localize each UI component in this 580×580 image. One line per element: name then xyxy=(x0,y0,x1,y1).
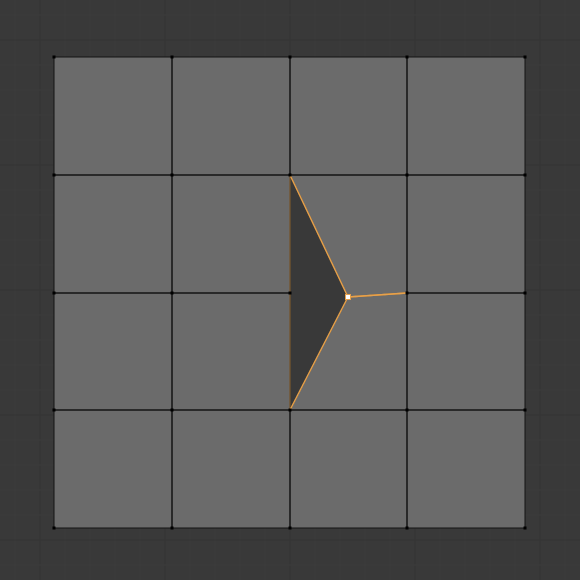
mesh-face[interactable] xyxy=(54,293,172,410)
mesh-face[interactable] xyxy=(54,175,172,293)
mesh-vertex[interactable] xyxy=(524,409,527,412)
mesh-face[interactable] xyxy=(172,57,290,175)
mesh-vertex[interactable] xyxy=(524,527,527,530)
mesh-vertex[interactable] xyxy=(171,292,174,295)
mesh-face[interactable] xyxy=(290,57,407,175)
mesh-vertex[interactable] xyxy=(289,56,292,59)
mesh-vertex[interactable] xyxy=(524,56,527,59)
mesh-vertex[interactable] xyxy=(53,56,56,59)
mesh-vertex[interactable] xyxy=(524,174,527,177)
mesh-face[interactable] xyxy=(407,57,525,175)
mesh-vertex[interactable] xyxy=(53,527,56,530)
mesh-vertex[interactable] xyxy=(406,174,409,177)
mesh-face[interactable] xyxy=(407,293,525,410)
mesh-vertex[interactable] xyxy=(53,292,56,295)
mesh-face[interactable] xyxy=(407,410,525,528)
mesh-face[interactable] xyxy=(172,293,290,410)
mesh-vertex[interactable] xyxy=(406,292,409,295)
mesh-vertex[interactable] xyxy=(53,409,56,412)
viewport-3d[interactable] xyxy=(0,0,580,580)
mesh-vertex[interactable] xyxy=(406,409,409,412)
mesh-vertex[interactable] xyxy=(406,527,409,530)
mesh-face[interactable] xyxy=(172,410,290,528)
mesh-vertex[interactable] xyxy=(524,292,527,295)
mesh-vertex[interactable] xyxy=(53,174,56,177)
mesh-selected-vertex[interactable] xyxy=(346,295,351,300)
mesh-vertex[interactable] xyxy=(289,174,292,177)
mesh-face[interactable] xyxy=(290,410,407,528)
mesh-vertex[interactable] xyxy=(289,292,292,295)
mesh-face[interactable] xyxy=(54,57,172,175)
mesh-vertex[interactable] xyxy=(171,56,174,59)
mesh-vertex[interactable] xyxy=(171,527,174,530)
mesh-face[interactable] xyxy=(54,410,172,528)
mesh-vertex[interactable] xyxy=(289,409,292,412)
mesh-vertex[interactable] xyxy=(171,174,174,177)
mesh-vertex[interactable] xyxy=(406,56,409,59)
mesh-face[interactable] xyxy=(172,175,290,293)
mesh-face[interactable] xyxy=(407,175,525,293)
mesh-vertex[interactable] xyxy=(289,527,292,530)
mesh-vertex-selected[interactable] xyxy=(346,295,351,300)
mesh-vertex[interactable] xyxy=(171,409,174,412)
